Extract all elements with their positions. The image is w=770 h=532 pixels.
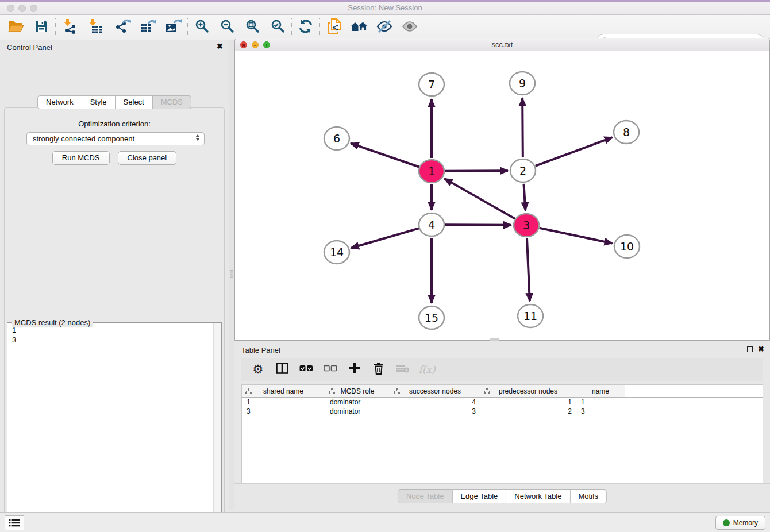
network-canvas[interactable]: 7968124314101511 [235,51,769,341]
refresh-button[interactable] [293,17,318,38]
split-view-button[interactable] [271,360,293,379]
column-header-name[interactable]: name [576,385,625,397]
control-panel-title: Control Panel [7,43,52,52]
graph-node-3[interactable]: 3 [514,214,539,237]
tab-select[interactable]: Select [116,95,153,109]
graph-node-8[interactable]: 8 [614,121,639,144]
table-cell[interactable]: 3 [242,407,325,416]
table-cell[interactable]: 1 [576,398,625,407]
delete-column-icon [373,362,384,377]
table-cell[interactable]: 1 [480,398,576,407]
zoom-out-button[interactable] [214,17,240,38]
table-cell[interactable]: dominator [325,407,390,416]
table-cell[interactable]: 2 [480,407,576,416]
edge-4-14[interactable] [351,228,419,248]
tab-network-table[interactable]: Network Table [506,489,570,503]
tab-node-table[interactable]: Node Table [398,489,453,503]
show-eye-button[interactable] [397,17,422,38]
edge-1-2[interactable] [445,171,508,171]
graph-node-9[interactable]: 9 [510,72,535,95]
zoom-in-button[interactable] [189,17,214,38]
toolbar-separator [55,18,56,37]
network-window-titlebar[interactable]: ✕ − + scc.txt [235,38,769,51]
table-cell[interactable]: 4 [390,398,480,407]
export-network-button[interactable] [110,17,136,38]
import-network-button[interactable] [57,17,82,38]
list-icon [9,519,20,527]
edge-2-3[interactable] [523,184,525,210]
save-button[interactable] [29,17,54,38]
mcds-result-text[interactable]: 1 3 [9,325,212,532]
node-table[interactable]: shared nameMCDS rolesuccessor nodesprede… [241,384,763,483]
close-panel-button[interactable]: Close panel [118,151,177,165]
deselect-all-icon [324,364,337,375]
tab-style[interactable]: Style [82,95,116,109]
edge-2-9[interactable] [522,98,523,157]
delete-column-button[interactable] [368,360,390,379]
svg-text:8: 8 [623,126,630,138]
table-tabs: Node TableEdge TableNetwork TableMotifs [398,489,607,503]
graph-node-4[interactable]: 4 [419,213,444,236]
open-folder-button[interactable] [3,17,29,38]
import-table-button[interactable] [82,17,107,38]
hide-eye-button[interactable] [372,17,397,38]
settings-gear-button[interactable]: ⚙ [247,360,269,379]
graph-node-7[interactable]: 7 [419,73,444,96]
table-cell[interactable]: 3 [576,407,625,416]
graph-node-10[interactable]: 10 [614,235,640,258]
svg-text:14: 14 [330,246,344,259]
edge-3-1[interactable] [445,179,515,219]
splitter-grip[interactable] [230,270,233,278]
table-panel-float-icon[interactable] [747,346,753,352]
vertical-splitter[interactable] [229,40,234,510]
tab-mcds[interactable]: MCDS [153,95,191,109]
mcds-panel: Optimization criterion: strongly connect… [4,107,225,532]
edge-1-6[interactable] [351,143,419,167]
edge-3-10[interactable] [540,228,613,244]
result-scrollbar[interactable] [213,323,221,532]
svg-text:10: 10 [620,240,634,253]
export-image-button[interactable] [161,17,186,38]
column-header-shared-name[interactable]: shared name [242,385,325,397]
table-row[interactable]: 3dominator323 [242,407,763,416]
add-column-button[interactable] [344,360,365,379]
run-mcds-button[interactable]: Run MCDS [52,151,110,165]
edge-2-8[interactable] [536,137,613,166]
graph-node-14[interactable]: 14 [324,241,349,264]
task-history-button[interactable] [5,515,24,530]
zoom-fit-button[interactable] [240,17,265,38]
table-panel-close-icon[interactable]: ✖ [758,346,764,352]
tab-edge-table[interactable]: Edge Table [452,489,506,503]
memory-button[interactable]: Memory [715,516,765,530]
select-all-icon [299,364,313,375]
graph-node-15[interactable]: 15 [419,306,444,329]
control-panel-float-icon[interactable] [206,44,211,49]
node-table-header: shared nameMCDS rolesuccessor nodesprede… [242,385,763,398]
column-header-successor-nodes[interactable]: successor nodes [390,385,480,397]
graph-node-1[interactable]: 1 [419,160,444,183]
tab-motifs[interactable]: Motifs [570,489,607,503]
export-table-button[interactable] [136,17,161,38]
table-cell[interactable]: 3 [390,407,480,416]
deselect-all-button[interactable] [319,360,341,379]
column-header-MCDS-role[interactable]: MCDS role [325,385,390,397]
home-button[interactable] [346,17,372,38]
graph-node-6[interactable]: 6 [324,127,349,150]
zoom-selected-button[interactable] [265,17,290,38]
clone-network-button[interactable] [321,17,346,38]
graph-node-11[interactable]: 11 [518,304,543,327]
criterion-dropdown[interactable]: strongly connected component [26,132,205,145]
import-network-icon [62,19,77,36]
table-row[interactable]: 1dominator411 [242,398,763,407]
column-header-predecessor-nodes[interactable]: predecessor nodes [480,385,576,397]
network-graph[interactable]: 7968124314101511 [235,51,769,341]
tab-network[interactable]: Network [37,95,82,109]
horizontal-splitter-grip[interactable] [490,338,499,341]
graph-node-2[interactable]: 2 [510,159,536,182]
table-cell[interactable]: 1 [242,398,325,407]
select-all-button[interactable] [295,360,317,379]
table-cell[interactable]: dominator [325,398,390,407]
control-panel-close-icon[interactable]: ✖ [217,44,223,49]
edge-3-11[interactable] [527,238,530,301]
edge-4-3[interactable] [445,225,511,225]
